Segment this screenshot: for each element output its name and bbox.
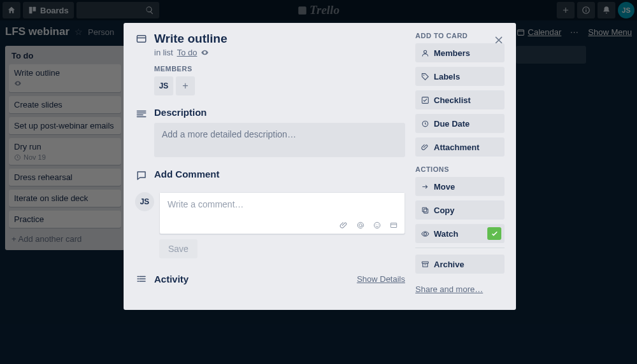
labels-button[interactable]: Labels [415, 67, 505, 86]
svg-rect-13 [390, 223, 396, 228]
archive-icon [421, 260, 429, 269]
watch-button[interactable]: Watch [415, 224, 505, 243]
due-date-button[interactable]: Due Date [415, 114, 505, 133]
svg-point-11 [376, 224, 376, 225]
watching-badge [487, 227, 501, 240]
list-link[interactable]: To do [177, 48, 197, 57]
divider [415, 248, 505, 248]
eye-icon [201, 48, 209, 57]
check-icon [490, 230, 499, 238]
members-button[interactable]: Members [415, 43, 505, 62]
comment-input[interactable] [160, 193, 404, 216]
label-icon [421, 73, 429, 81]
archive-button[interactable]: Archive [415, 255, 505, 274]
card-icon [135, 33, 148, 57]
description-input[interactable]: Add a more detailed description… [154, 123, 405, 157]
description-icon [135, 108, 148, 157]
comment-box [159, 192, 405, 234]
svg-point-9 [359, 224, 362, 227]
arrow-right-icon [421, 183, 429, 191]
modal-card-title[interactable]: Write outline [154, 32, 405, 46]
card-ref-icon[interactable] [389, 221, 398, 230]
add-member-button[interactable]: + [176, 76, 195, 95]
member-chip[interactable]: JS [154, 76, 173, 95]
save-comment-button[interactable]: Save [159, 239, 197, 258]
svg-point-10 [374, 222, 380, 228]
activity-icon [135, 274, 148, 285]
in-list-text: in list To do [154, 48, 405, 57]
svg-rect-18 [424, 209, 428, 213]
clock-icon [421, 120, 429, 128]
svg-point-15 [424, 74, 425, 76]
emoji-icon[interactable] [373, 221, 382, 230]
attachment-icon[interactable] [340, 221, 348, 230]
members-heading: MEMBERS [154, 65, 405, 73]
mention-icon[interactable] [356, 221, 365, 230]
copy-icon [421, 206, 429, 214]
checklist-button[interactable]: Checklist [415, 90, 505, 109]
move-button[interactable]: Move [415, 177, 505, 196]
copy-button[interactable]: Copy [415, 200, 505, 220]
add-comment-heading: Add Comment [154, 169, 405, 179]
person-icon [421, 49, 429, 57]
card-modal: Write outline in list To do MEMBERS JS + [124, 23, 516, 310]
comment-icon [135, 170, 148, 185]
svg-point-12 [378, 224, 378, 225]
attachment-button[interactable]: Attachment [415, 137, 505, 157]
share-link[interactable]: Share and more… [415, 284, 483, 294]
eye-icon [421, 230, 429, 238]
actions-heading: ACTIONS [415, 165, 505, 173]
checklist-icon [421, 96, 429, 104]
activity-heading: Activity [154, 274, 189, 284]
commenter-avatar: JS [135, 192, 154, 211]
svg-rect-19 [422, 207, 427, 212]
svg-rect-20 [422, 262, 429, 263]
paperclip-icon [421, 143, 429, 151]
show-details-link[interactable]: Show Details [357, 274, 405, 284]
svg-point-14 [424, 50, 426, 53]
description-heading: Description [154, 107, 405, 118]
svg-rect-8 [137, 36, 146, 43]
